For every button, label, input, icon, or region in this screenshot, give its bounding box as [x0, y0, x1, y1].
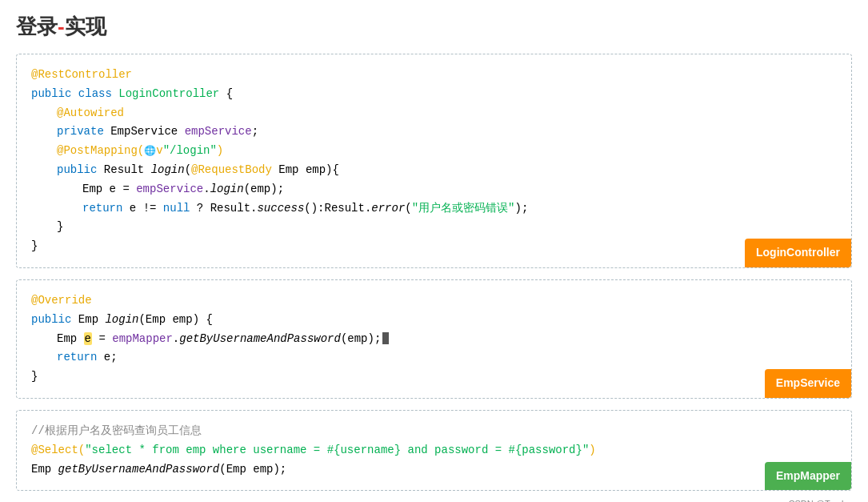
code-line-comment: //根据用户名及密码查询员工信息 — [31, 422, 837, 441]
code-line: Emp getByUsernameAndPassword(Emp emp); — [31, 460, 837, 480]
watermark: CSDN @TomLazy — [789, 498, 860, 502]
highlight-e: e — [84, 332, 92, 345]
annotation: @RequestBody — [191, 163, 272, 176]
string: "用户名或密码错误" — [412, 202, 515, 215]
method-call: error — [371, 202, 405, 215]
annotation: ) — [589, 444, 595, 456]
annotation: @Select( — [31, 444, 85, 456]
method-name: getByUsernameAndPassword — [58, 463, 220, 476]
annotation: @RestController — [31, 68, 132, 81]
keyword-null: null — [163, 202, 190, 215]
class-name: LoginController — [118, 87, 219, 100]
string: "/login" — [163, 144, 217, 157]
code-line: } — [31, 367, 837, 387]
code-line: return e != null ? Result.success():Resu… — [31, 199, 837, 219]
code-line: public class LoginController { — [31, 85, 837, 104]
annotation: @Override — [31, 294, 92, 307]
code-block-logincontroller: @RestController public class LoginContro… — [16, 54, 852, 268]
code-line: private EmpService empService; — [31, 122, 837, 142]
keyword-public: public — [57, 163, 97, 176]
code-line: } — [31, 237, 837, 256]
title-dash-text: - — [58, 14, 65, 39]
code-line: public Result login(@RequestBody Emp emp… — [31, 161, 837, 180]
code-line: @Select("select * from emp where usernam… — [31, 441, 837, 460]
code-block-empservice: @Override public Emp login(Emp emp) { Em… — [16, 279, 852, 399]
keyword-private: private — [57, 125, 104, 138]
annotation: ) — [217, 144, 223, 157]
code-line: Emp e = empMapper.getByUsernameAndPasswo… — [31, 330, 837, 349]
title-impl-text: 实现 — [65, 13, 106, 41]
method-name: login — [151, 163, 185, 176]
annotation: @PostMapping( — [57, 144, 144, 157]
code-line: @Override — [31, 291, 837, 311]
code-line: @PostMapping(🌐v"/login") — [31, 142, 837, 161]
annotation: @Autowired — [57, 106, 124, 119]
keyword-return: return — [57, 351, 97, 363]
method-name: login — [105, 313, 138, 326]
field-ref: empService — [136, 183, 203, 195]
method-call: success — [257, 202, 304, 215]
keyword-return: return — [82, 202, 122, 215]
block3-tag: EmpMapper — [765, 462, 851, 491]
code-line: } — [31, 218, 837, 237]
annotation: v — [156, 144, 162, 157]
code-line: return e; — [31, 348, 837, 367]
keyword-public: public — [31, 313, 71, 326]
page-title: 登录-实现 — [16, 13, 852, 41]
block2-tag: EmpService — [765, 369, 851, 398]
text-cursor — [382, 332, 389, 344]
code-line: @Autowired — [31, 104, 837, 123]
keyword-public: public — [31, 87, 71, 100]
field-ref: empMapper — [112, 332, 173, 345]
field-name: empService — [185, 125, 252, 138]
title-login-text: 登录 — [16, 13, 58, 41]
page-container: 登录-实现 @RestController public class Login… — [0, 0, 868, 502]
code-line: Emp e = empService.login(emp); — [31, 180, 837, 199]
code-line: public Emp login(Emp emp) { — [31, 311, 837, 330]
code-line: @RestController — [31, 66, 837, 85]
method-call: login — [210, 183, 244, 195]
keyword-class: class — [78, 87, 112, 100]
method-call: getByUsernameAndPassword — [179, 332, 341, 345]
watermark-line1: CSDN @TomLazy — [789, 498, 860, 502]
block1-tag: LoginController — [745, 239, 851, 267]
string: "select * from emp where username = #{us… — [85, 444, 589, 456]
code-block-empmapper: //根据用户名及密码查询员工信息 @Select("select * from … — [16, 410, 852, 491]
